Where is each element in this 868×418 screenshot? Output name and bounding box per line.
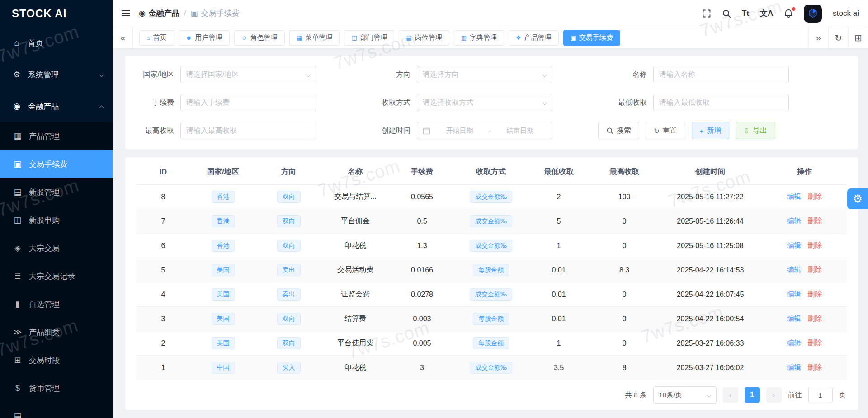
direction-select[interactable]: 请选择方向 (417, 66, 552, 83)
tab-home[interactable]: ⌂首页 (139, 30, 174, 46)
tab-product-mgmt[interactable]: ❖产品管理 (509, 30, 559, 46)
edit-link[interactable]: 编辑 (787, 216, 802, 226)
edit-link[interactable]: 编辑 (787, 241, 802, 250)
direction-tag: 双向 (277, 215, 301, 227)
layout-grid-icon[interactable]: ⊞ (848, 27, 868, 48)
filter-label: 名称 (598, 70, 653, 80)
cell-method: 成交金额‰ (455, 209, 527, 233)
edit-link[interactable]: 编辑 (787, 314, 802, 324)
tabs-scroll-right-icon[interactable]: » (808, 27, 828, 48)
sidebar-item-newstock-mgmt[interactable]: ▤ 新股管理 (0, 178, 113, 206)
breadcrumb: ◉ 金融产品 / ▣ 交易手续费 (139, 8, 240, 19)
filter-field-max: 最高收取 (125, 122, 362, 139)
goto-page-input[interactable] (808, 387, 833, 403)
tab-role-mgmt[interactable]: ☺角色管理 (234, 30, 285, 46)
sidebar-item-watchlist[interactable]: ▮ 自选管理 (0, 290, 113, 318)
sidebar-item-newstock-subscribe[interactable]: ◫ 新股申购 (0, 206, 113, 234)
sidebar-item-currency-mgmt[interactable]: $ 货币管理 (0, 374, 113, 402)
reset-button[interactable]: ↻ 重置 (646, 122, 685, 139)
refresh-icon[interactable]: ↻ (828, 27, 848, 48)
direction-tag: 卖出 (277, 264, 301, 276)
tab-trade-fee[interactable]: ▣交易手续费 (563, 30, 620, 46)
sidebar-item-finance-label: 金融产品 (28, 101, 59, 112)
block-trade-icon: ◈ (13, 243, 23, 253)
cell-id: 6 (136, 234, 190, 258)
sidebar-item-system[interactable]: ⚙ 系统管理 (0, 59, 113, 90)
tabs-scroll-left-icon[interactable]: « (113, 27, 133, 48)
method-select[interactable]: 请选择收取方式 (417, 94, 552, 111)
settings-fab[interactable]: ⚙ (847, 188, 868, 209)
sidebar-item-block-trade-records[interactable]: ≣ 大宗交易记录 (0, 262, 113, 290)
cell-fee: 0.0565 (389, 185, 455, 209)
edit-link[interactable]: 编辑 (787, 363, 802, 372)
date-range-picker[interactable]: 开始日期 - 结束日期 (417, 122, 552, 139)
sidebar-item-partial[interactable]: ▤ (0, 402, 113, 418)
tab-menu-mgmt[interactable]: ▦菜单管理 (289, 30, 340, 46)
header-toolbar: Tt 文A stock ai (702, 5, 859, 23)
table-row: 3 美国 双向 结算费 0.003 每股金额 0.01 0 2025-04-22… (136, 307, 847, 331)
font-size-icon[interactable]: Tt (742, 9, 749, 18)
sidebar-item-product-mgmt[interactable]: ▦ 产品管理 (0, 122, 113, 150)
column-header-actions: 操作 (762, 159, 847, 184)
add-button[interactable]: + 新增 (692, 122, 730, 139)
avatar[interactable] (804, 5, 822, 23)
next-page-button[interactable]: › (766, 387, 782, 403)
sidebar-item-trading-hours[interactable]: ⊞ 交易时段 (0, 346, 113, 374)
tab-dict-mgmt[interactable]: ▥字典管理 (454, 30, 504, 46)
table-row: 5 美国 卖出 交易活动费 0.0166 每股金额 0.01 8.3 2025-… (136, 258, 847, 282)
edit-link[interactable]: 编辑 (787, 290, 802, 299)
edit-link[interactable]: 编辑 (787, 192, 802, 202)
delete-link[interactable]: 删除 (808, 290, 822, 299)
edit-link[interactable]: 编辑 (787, 338, 802, 348)
tab-label: 首页 (153, 33, 167, 42)
name-input[interactable] (653, 66, 789, 83)
sidebar-item-finance[interactable]: ◉ 金融产品 (0, 90, 113, 122)
breadcrumb-parent-label: 金融产品 (149, 8, 179, 19)
page-size-select[interactable]: 10条/页 (653, 386, 717, 404)
max-charge-input[interactable] (180, 122, 316, 139)
sidebar-item-home[interactable]: ⌂ 首页 (0, 27, 113, 59)
direction-tag: 双向 (277, 337, 301, 349)
post-icon: ▤ (406, 34, 411, 41)
filter-panel: 国家/地区 请选择国家/地区 方向 请选择方向 (125, 56, 858, 149)
country-tag: 香港 (212, 240, 235, 252)
tab-dept-mgmt[interactable]: ◫部门管理 (344, 30, 394, 46)
calendar-icon (423, 127, 430, 135)
delete-link[interactable]: 删除 (808, 192, 822, 202)
breadcrumb-parent[interactable]: ◉ 金融产品 (139, 8, 179, 19)
goto-label: 前往 (788, 390, 802, 400)
min-charge-input[interactable] (653, 94, 789, 111)
cell-method: 成交金额‰ (455, 234, 527, 258)
sidebar-item-trade-fee[interactable]: ▣ 交易手续费 (0, 150, 113, 178)
cell-created: 2025-05-16 11:26:44 (658, 209, 762, 233)
delete-link[interactable]: 删除 (808, 314, 822, 324)
search-button[interactable]: 搜索 (598, 122, 639, 139)
column-header-max: 最高收取 (590, 159, 658, 184)
edit-link[interactable]: 编辑 (787, 265, 802, 275)
sidebar-item-label: 交易时段 (29, 355, 60, 366)
search-icon[interactable] (722, 9, 731, 18)
delete-link[interactable]: 删除 (808, 241, 822, 250)
translate-icon[interactable]: 文A (760, 8, 773, 19)
notification-badge (792, 7, 795, 11)
fee-input[interactable] (180, 94, 316, 111)
tab-post-mgmt[interactable]: ▤岗位管理 (399, 30, 449, 46)
delete-link[interactable]: 删除 (808, 265, 822, 275)
username-label[interactable]: stock ai (833, 9, 859, 18)
export-button[interactable]: ⇩ 导出 (736, 122, 775, 139)
sidebar-item-product-subcategory[interactable]: ≫ 产品细类 (0, 318, 113, 346)
add-button-label: 新增 (707, 126, 721, 136)
delete-link[interactable]: 删除 (808, 363, 822, 372)
subscribe-icon: ◫ (13, 215, 23, 225)
prev-page-button[interactable]: ‹ (723, 387, 738, 403)
delete-link[interactable]: 删除 (808, 338, 822, 348)
notification-bell-icon[interactable] (784, 9, 793, 18)
delete-link[interactable]: 删除 (808, 216, 822, 226)
country-select[interactable]: 请选择国家/地区 (180, 66, 316, 83)
sidebar-item-block-trade[interactable]: ◈ 大宗交易 (0, 234, 113, 262)
tab-user-mgmt[interactable]: ☻用户管理 (179, 30, 230, 46)
menu-toggle-icon[interactable] (120, 7, 132, 19)
fullscreen-icon[interactable] (702, 9, 711, 18)
breadcrumb-separator: / (184, 9, 186, 18)
page-number-button[interactable]: 1 (745, 387, 760, 403)
